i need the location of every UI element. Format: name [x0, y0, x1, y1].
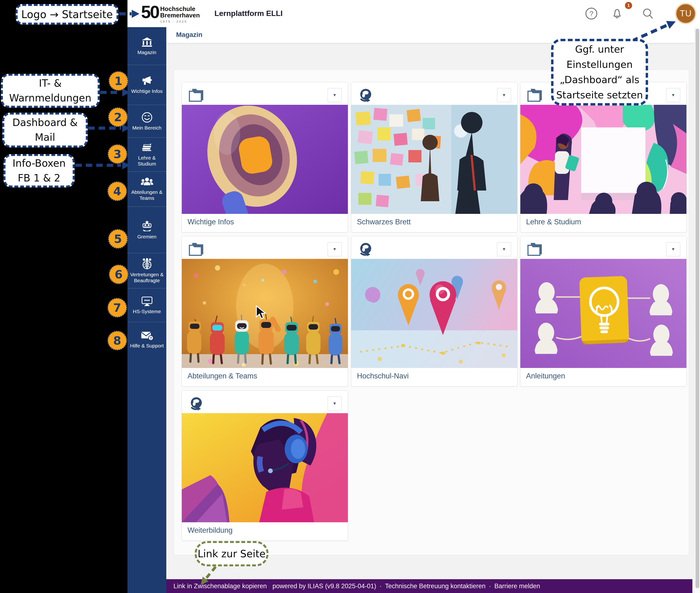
- footer-bar: Link in Zwischenablage kopieren powered …: [166, 579, 692, 593]
- education-icon: [141, 143, 153, 153]
- committee-icon: [141, 220, 153, 232]
- search-icon[interactable]: [641, 7, 654, 20]
- university-logo[interactable]: 50 Hochschule Bremerhaven 1975 - 2025: [141, 2, 200, 23]
- card-title-link[interactable]: Abteilungen & Teams: [187, 372, 257, 380]
- callout-logo-startseite: Logo → Startseite: [16, 4, 118, 25]
- sidebar-item-label: Abteilungen & Teams: [127, 189, 166, 201]
- help-icon[interactable]: ?: [585, 7, 598, 20]
- breadcrumb[interactable]: Magazin: [176, 31, 202, 39]
- page-title: Lernplattform ELLI: [214, 9, 283, 18]
- sidebar-item-gremien[interactable]: Gremien: [127, 206, 166, 253]
- card-title-link[interactable]: Lehre & Studium: [526, 218, 581, 226]
- weblink-icon: [188, 397, 204, 413]
- footer-accessibility-link[interactable]: Barriere melden: [494, 583, 540, 590]
- folder-icon: [188, 242, 204, 257]
- card-title-link[interactable]: Schwarzes Brett: [357, 218, 411, 226]
- user-avatar[interactable]: TU: [675, 3, 696, 24]
- sidebar-item-label: Vertretungen & Beauftragte: [127, 272, 166, 283]
- sidebar-item-label: Gremien: [136, 234, 157, 240]
- card-image-presentation[interactable]: [520, 105, 687, 214]
- card-title-link[interactable]: Weiterbildung: [187, 526, 232, 535]
- callout-infoboxen: Info-Boxen FB 1 & 2: [4, 154, 75, 188]
- callout-it-warnmeldungen: IT- & Warnmeldungen: [1, 74, 100, 108]
- card-actions-dropdown[interactable]: ▼: [328, 88, 342, 102]
- sidebar-item-label: Lehre & Studium: [127, 155, 166, 167]
- sidebar-item-lehre-studium[interactable]: Lehre & Studium: [127, 137, 166, 171]
- folder-icon: [527, 242, 542, 257]
- marker-2: 2: [108, 108, 128, 127]
- card-actions-dropdown[interactable]: ▼: [666, 242, 680, 256]
- card-image-lightbulb-network[interactable]: [520, 259, 687, 368]
- card-anleitungen: ▼ Anleitungen: [520, 236, 687, 387]
- card-actions-dropdown[interactable]: ▼: [497, 242, 511, 256]
- marker-4: 4: [107, 182, 127, 201]
- callout-dashboard-startseite: Ggf. unter Einstellungen „Dashboard“ als…: [551, 39, 648, 106]
- card-title-link[interactable]: Hochschul-Navi: [357, 372, 409, 380]
- scrollbar-track[interactable]: [694, 27, 700, 593]
- mail-help-icon: ?: [141, 330, 153, 341]
- sidebar-item-label: Mein Bereich: [131, 125, 162, 131]
- card-actions-dropdown[interactable]: ▼: [328, 397, 342, 410]
- marker-5: 5: [108, 229, 128, 249]
- logo-years: 1975 - 2025: [160, 20, 200, 23]
- marker-8: 8: [107, 331, 127, 350]
- megaphone-icon: [141, 76, 153, 86]
- svg-text:?: ?: [589, 9, 593, 17]
- bank-icon: [141, 37, 153, 47]
- marker-1: 1: [109, 71, 128, 91]
- sidebar-item-label: HS-Systeme: [132, 308, 162, 314]
- notifications-bell-icon[interactable]: [611, 7, 624, 20]
- footer-powered-by[interactable]: powered by ILIAS (v9.8 2025-04-01): [272, 583, 376, 590]
- logo-line2: Bremerhaven: [160, 12, 200, 18]
- people-icon: [141, 177, 153, 187]
- card-actions-dropdown[interactable]: ▼: [328, 242, 342, 256]
- card-image-map-pins[interactable]: [351, 259, 517, 368]
- sidebar-item-mein-bereich[interactable]: Mein Bereich: [127, 105, 166, 137]
- callout-link-zur-seite: Link zur Seite: [195, 541, 268, 566]
- marker-6: 6: [109, 265, 128, 284]
- card-image-megaphone[interactable]: [182, 105, 348, 214]
- sidebar-item-label: Magazin: [137, 49, 157, 55]
- marker-7: 7: [107, 298, 127, 317]
- sidebar-item-vertretungen[interactable]: Vertretungen & Beauftragte: [127, 253, 166, 288]
- chevron-down-icon: ▼: [671, 93, 675, 97]
- footer-separator: ·: [379, 583, 382, 590]
- svg-text:?: ?: [150, 336, 152, 340]
- footer-separator: ·: [489, 583, 491, 590]
- monitor-icon: [141, 296, 153, 307]
- card-title-link[interactable]: Wichtige Infos: [187, 218, 234, 226]
- globe-people-icon: [141, 258, 153, 270]
- sidebar-item-hs-systeme[interactable]: HS-Systeme: [127, 288, 166, 322]
- main-sidebar: Magazin Wichtige Infos Mein Bereich Lehr…: [127, 27, 166, 593]
- chevron-down-icon: ▼: [333, 93, 337, 97]
- marker-3: 3: [108, 144, 127, 164]
- sidebar-item-hilfe-support[interactable]: ? Hilfe & Support: [127, 322, 166, 357]
- chevron-down-icon: ▼: [502, 93, 506, 97]
- sidebar-item-label: Hilfe & Support: [129, 343, 164, 349]
- folder-icon: [527, 88, 542, 103]
- card-actions-dropdown[interactable]: ▼: [497, 88, 511, 102]
- top-bar: 50 Hochschule Bremerhaven 1975 - 2025 Le…: [127, 0, 700, 27]
- logo-line1: Hochschule: [160, 6, 200, 12]
- card-actions-dropdown[interactable]: ▼: [666, 88, 680, 102]
- scrollbar-thumb[interactable]: [696, 29, 699, 588]
- folder-icon: [188, 88, 204, 103]
- footer-copy-link[interactable]: Link in Zwischenablage kopieren: [174, 583, 267, 590]
- callout-dashboard-mail: Dashboard & Mail: [2, 113, 88, 148]
- weblink-icon: [358, 88, 373, 105]
- sidebar-item-magazin[interactable]: Magazin: [127, 27, 166, 65]
- footer-support-link[interactable]: Technische Betreuung kontaktieren: [385, 583, 486, 590]
- chevron-down-icon: ▼: [333, 247, 337, 252]
- mouse-cursor: [256, 305, 266, 321]
- sidebar-item-abteilungen-teams[interactable]: Abteilungen & Teams: [127, 171, 166, 206]
- smiley-icon: [142, 112, 152, 123]
- card-image-sticky-notes[interactable]: [351, 105, 517, 214]
- sidebar-item-wichtige-infos[interactable]: Wichtige Infos: [127, 65, 166, 105]
- logo-50: 50: [141, 2, 159, 23]
- card-image-headset-learner[interactable]: [182, 413, 348, 522]
- chevron-down-icon: ▼: [502, 247, 506, 252]
- weblink-icon: [358, 242, 373, 259]
- card-title-link[interactable]: Anleitungen: [526, 372, 565, 380]
- chevron-down-icon: ▼: [671, 247, 675, 252]
- notification-badge: 1: [625, 2, 632, 9]
